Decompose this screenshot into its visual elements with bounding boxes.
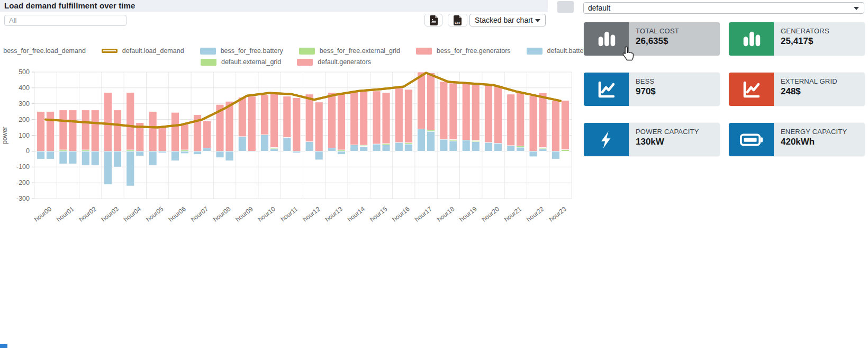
bar-segment-default-battery (539, 149, 547, 151)
line-chart-icon (729, 73, 774, 106)
bar-segment-bess-for-free-battery (194, 151, 202, 154)
dashboard: Load demand fulfillment over time CSV St… (0, 0, 868, 348)
bolt-icon (584, 123, 629, 156)
legend-item-default-external-grid[interactable]: default.external_grid (201, 58, 281, 66)
bar-segment-bess-for-free-battery (507, 146, 515, 151)
kpi-card-title: EXTERNAL GRID (781, 77, 865, 85)
bar-segment-bess-for-free-generators (373, 91, 381, 144)
chart-type-select[interactable]: Stacked bar chart (469, 14, 546, 26)
bar-segment-default-battery (494, 143, 502, 151)
y-axis-tick-label: 100 (19, 132, 30, 139)
bar-segment-default-battery (293, 151, 301, 153)
legend-swatch (102, 49, 117, 53)
bar-segment-bess-for-free-generators (59, 110, 67, 150)
legend-label: default.generators (318, 58, 371, 66)
bar-segment-default-generators (517, 93, 525, 146)
legend-item-default-battery[interactable]: default.battery (527, 47, 589, 55)
bar-segment-bess-for-free-generators (350, 91, 358, 145)
bar-segment-bess-for-free-battery (37, 151, 45, 159)
bar-segment-default-generators (337, 94, 345, 150)
bar-segment-bess-for-free-generators (82, 110, 89, 150)
x-axis-tick-label: hour12 (301, 205, 321, 223)
kpi-card-value: 420kWh (781, 137, 865, 147)
scenario-select[interactable]: default (583, 2, 864, 14)
legend-label: bess_for_free.generators (437, 47, 511, 55)
bar-segment-default-generators (561, 101, 569, 150)
bar-segment-default-battery (225, 151, 233, 160)
y-axis-tick-label: 300 (19, 100, 30, 108)
legend-item-default-load-demand[interactable]: default.load_demand (102, 47, 184, 55)
x-axis-tick-label: hour06 (167, 205, 187, 223)
bar-segment-default-generators (248, 96, 256, 151)
bar-segment-default-battery (337, 151, 345, 154)
x-axis-tick-label: hour17 (413, 205, 433, 223)
x-axis-tick-label: hour14 (346, 205, 366, 223)
legend-item-bess-for-free-external-grid[interactable]: bess_for_free.external_grid (299, 47, 400, 55)
bar-segment-default-generators (449, 83, 457, 140)
bar-segment-bess-for-free-generators (507, 94, 515, 146)
legend-swatch (200, 48, 216, 55)
bar-segment-default-battery (91, 151, 99, 165)
chart-legend-row-2: default.external_griddefault.generators (0, 58, 572, 66)
kpi-card-generators[interactable]: GENERATORS25,417$ (729, 22, 865, 56)
kpi-card-energy-capacity[interactable]: ENERGY CAPACITY420kWh (729, 123, 865, 156)
legend-item-default-generators[interactable]: default.generators (297, 58, 371, 66)
file-image-icon (430, 15, 438, 25)
kpi-card-total-cost[interactable]: TOTAL COST26,635$ (584, 22, 720, 56)
bar-segment-default-generators (404, 90, 412, 143)
kpi-card-body: BESS970$ (629, 73, 720, 106)
bar-segment-bess-for-free-battery (395, 142, 403, 151)
y-axis-tick-label: -200 (16, 179, 30, 186)
bar-segment-bess-for-free-battery (171, 151, 179, 160)
bar-segment-bess-for-free-generators (261, 95, 269, 135)
bar-segment-bess-for-free-generators (238, 97, 246, 137)
legend-item-bess-for-free-battery[interactable]: bess_for_free.battery (200, 47, 283, 55)
bar-segment-default-generators (360, 91, 368, 145)
x-axis-tick-label: hour23 (548, 205, 568, 223)
bar-segment-bess-for-free-generators (171, 112, 179, 151)
bar-segment-bess-for-free-generators (126, 93, 134, 150)
bar-segment-default-battery (449, 141, 457, 151)
x-axis-tick-label: hour22 (525, 205, 545, 223)
legend-swatch (299, 48, 315, 55)
bar-segment-bess-for-free-generators (149, 112, 157, 151)
bar-segment-default-generators (494, 85, 502, 143)
chart-panel-header: Load demand fulfillment over time (0, 0, 548, 12)
kpi-card-body: TOTAL COST26,635$ (629, 22, 720, 56)
legend-swatch (416, 48, 432, 55)
kpi-card-title: GENERATORS (781, 27, 865, 35)
bar-segment-default-external-grid (561, 149, 569, 151)
bar-segment-default-battery (360, 146, 368, 151)
stacked-bar-chart: 5004003002001000-100-200-300powerhour00h… (0, 66, 577, 225)
legend-item-bess-for-free-load-demand[interactable]: bess_for_free.load_demand (0, 47, 86, 55)
kpi-card-value: 25,417$ (781, 36, 865, 47)
y-axis-title: power (1, 127, 8, 144)
kpi-card-external-grid[interactable]: EXTERNAL GRID248$ (729, 73, 865, 106)
scenario-value: default (588, 4, 610, 12)
chart-type-value: Stacked bar chart (475, 16, 533, 24)
bar-segment-default-battery (315, 151, 323, 159)
bar-segment-bess-for-free-battery (440, 139, 448, 151)
chevron-down-icon (535, 19, 540, 22)
bar-segment-default-generators (427, 73, 435, 130)
bar-segment-default-battery (203, 148, 211, 151)
bar-segment-default-generators (47, 112, 55, 151)
legend-item-bess-for-free-generators[interactable]: bess_for_free.generators (416, 47, 511, 55)
bar-segment-bess-for-free-generators (395, 88, 403, 142)
filter-input[interactable] (4, 15, 126, 26)
line-chart-icon (584, 73, 629, 106)
export-csv-button[interactable]: CSV (448, 14, 467, 26)
x-axis-tick-label: hour07 (189, 205, 210, 223)
kpi-card-bess[interactable]: BESS970$ (584, 73, 720, 106)
x-axis-tick-label: hour16 (391, 205, 411, 223)
bar-segment-default-generators (225, 101, 233, 151)
bar-segment-bess-for-free-generators (328, 93, 336, 148)
x-axis-tick-label: hour00 (33, 205, 53, 223)
export-image-button[interactable] (424, 14, 442, 26)
bar-segment-default-generators (293, 97, 301, 151)
bar-segment-bess-for-free-battery (373, 144, 381, 151)
kpi-card-power-capacity[interactable]: POWER CAPACITY130kW (584, 123, 720, 156)
kpi-card-title: POWER CAPACITY (636, 128, 720, 136)
chart-legend-row-1: bess_for_free.load_demanddefault.load_de… (0, 47, 572, 55)
panel-handle (557, 1, 574, 13)
